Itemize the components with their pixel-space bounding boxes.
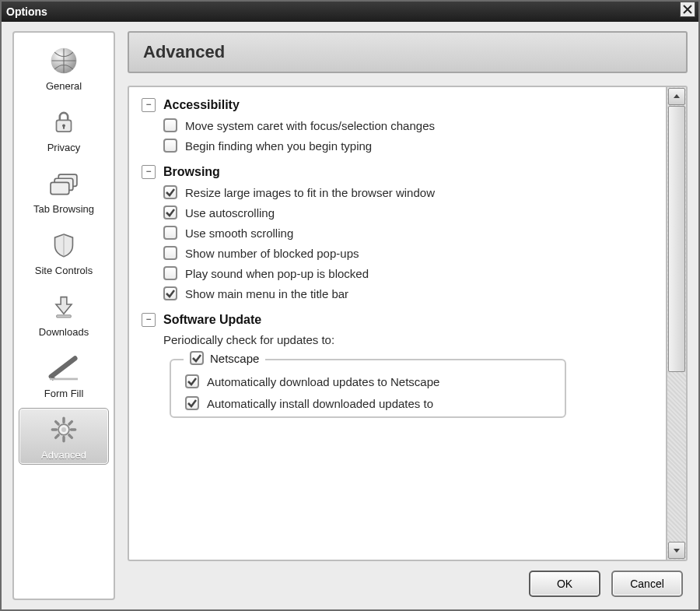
panel-area: Accessibility Move system caret with foc… [128,86,688,561]
section-software-update: Software Update Periodically check for u… [142,313,653,418]
option-label: Begin finding when you begin typing [185,139,372,153]
section-title: Browsing [163,165,220,179]
option-main-menu-titlebar[interactable]: Show main menu in the title bar [163,286,653,300]
sidebar-item-tab-browsing[interactable]: Tab Browsing [19,162,109,219]
section-title: Accessibility [163,98,240,112]
collapse-icon[interactable] [142,165,156,179]
option-begin-finding[interactable]: Begin finding when you begin typing [163,139,653,153]
group-netscape: Netscape Automatically download updates … [170,359,566,418]
sidebar-item-form-fill[interactable]: Form Fill [19,346,109,403]
sidebar-item-privacy[interactable]: Privacy [19,100,109,157]
collapse-icon[interactable] [142,313,156,327]
section-header: Accessibility [142,98,653,112]
sidebar-item-downloads[interactable]: Downloads [19,285,109,342]
sidebar-item-general[interactable]: General [19,39,109,96]
collapse-icon[interactable] [142,98,156,112]
sidebar-item-label: General [46,80,82,92]
checkbox[interactable] [185,396,199,410]
close-icon [683,5,692,14]
checkbox[interactable] [185,374,199,388]
option-label: Move system caret with focus/selection c… [185,119,435,132]
sidebar-item-label: Privacy [47,142,81,153]
close-button[interactable] [680,2,695,17]
download-icon [47,290,81,323]
option-label: Show main menu in the title bar [185,287,348,300]
panel-header: Advanced [128,31,688,73]
titlebar: Options [2,2,698,22]
category-sidebar: General Privacy Tab Browsing Site Contro… [12,31,115,600]
section-rows: Resize large images to fit in the browse… [163,185,653,300]
right-column: Advanced Accessibility Move system ca [128,31,688,600]
ok-button[interactable]: OK [529,571,600,597]
option-popup-sound[interactable]: Play sound when pop-up is blocked [163,266,653,280]
option-resize-images[interactable]: Resize large images to fit in the browse… [163,185,653,199]
chevron-up-icon [673,93,681,100]
svg-rect-6 [51,182,69,194]
checkbox[interactable] [163,266,177,280]
svg-rect-3 [63,125,65,128]
group-legend-label: Netscape [210,352,259,365]
checkbox[interactable] [163,246,177,260]
option-auto-install-updates[interactable]: Automatically install downloaded updates… [185,396,551,410]
dialog-body: General Privacy Tab Browsing Site Contro… [2,22,698,609]
window-title: Options [6,5,47,18]
option-label: Use smooth scrolling [185,226,293,240]
panel-title: Advanced [143,42,225,62]
section-title: Software Update [163,313,261,327]
option-label: Resize large images to fit in the browse… [185,186,435,199]
gear-icon [47,413,81,446]
checkbox[interactable] [163,226,177,240]
option-label: Use autoscrolling [185,206,275,219]
sidebar-item-label: Tab Browsing [33,203,94,215]
section-subtitle: Periodically check for updates to: [163,333,653,346]
svg-rect-8 [50,378,78,381]
option-label: Automatically download updates to Netsca… [207,375,439,388]
scroll-down-button[interactable] [668,542,685,559]
section-browsing: Browsing Resize large images to fit in t… [142,165,653,300]
checkbox[interactable] [190,351,204,365]
option-smooth-scrolling[interactable]: Use smooth scrolling [163,226,653,240]
option-move-system-caret[interactable]: Move system caret with focus/selection c… [163,118,653,132]
settings-panel: Accessibility Move system caret with foc… [128,86,667,561]
section-rows: Move system caret with focus/selection c… [163,118,653,153]
options-window: Options General Privacy [0,0,700,611]
section-accessibility: Accessibility Move system caret with foc… [142,98,653,153]
group-legend[interactable]: Netscape [184,351,265,365]
shield-icon [47,229,81,262]
svg-rect-7 [57,315,72,318]
option-label: Play sound when pop-up is blocked [185,267,369,280]
sidebar-item-site-controls[interactable]: Site Controls [19,223,109,280]
section-header: Browsing [142,165,653,179]
sidebar-item-label: Advanced [41,449,86,461]
sidebar-item-advanced[interactable]: Advanced [19,408,109,465]
svg-point-10 [61,427,66,432]
sidebar-item-label: Site Controls [35,265,93,276]
dialog-buttons: OK Cancel [128,561,688,600]
option-blocked-popups-count[interactable]: Show number of blocked pop-ups [163,246,653,260]
option-label: Show number of blocked pop-ups [185,247,359,260]
option-auto-download-updates[interactable]: Automatically download updates to Netsca… [185,374,551,388]
globe-icon [47,44,81,77]
vertical-scrollbar[interactable] [667,86,688,561]
scroll-up-button[interactable] [668,88,685,105]
tabs-icon [47,167,81,200]
option-label: Automatically install downloaded updates… [207,397,433,410]
checkbox[interactable] [163,205,177,219]
cancel-button[interactable]: Cancel [611,571,683,597]
sidebar-item-label: Downloads [39,326,89,338]
sidebar-item-label: Form Fill [44,388,84,399]
checkbox[interactable] [163,185,177,199]
chevron-down-icon [673,546,681,554]
section-header: Software Update [142,313,653,327]
checkbox[interactable] [163,286,177,300]
option-autoscrolling[interactable]: Use autoscrolling [163,205,653,219]
lock-icon [47,106,81,139]
checkbox[interactable] [163,118,177,132]
checkbox[interactable] [163,139,177,153]
pen-icon [47,352,81,385]
scrollbar-thumb[interactable] [668,106,685,372]
